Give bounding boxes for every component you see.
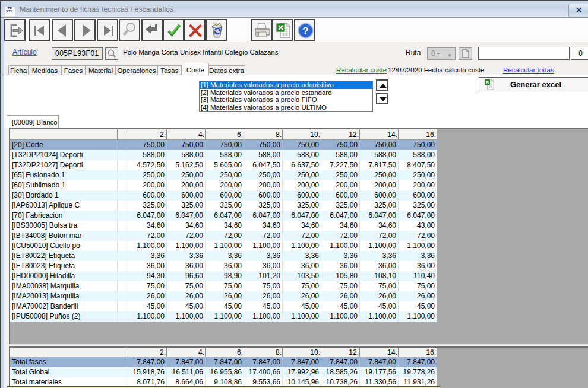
svg-text:?: ? [302, 26, 308, 37]
